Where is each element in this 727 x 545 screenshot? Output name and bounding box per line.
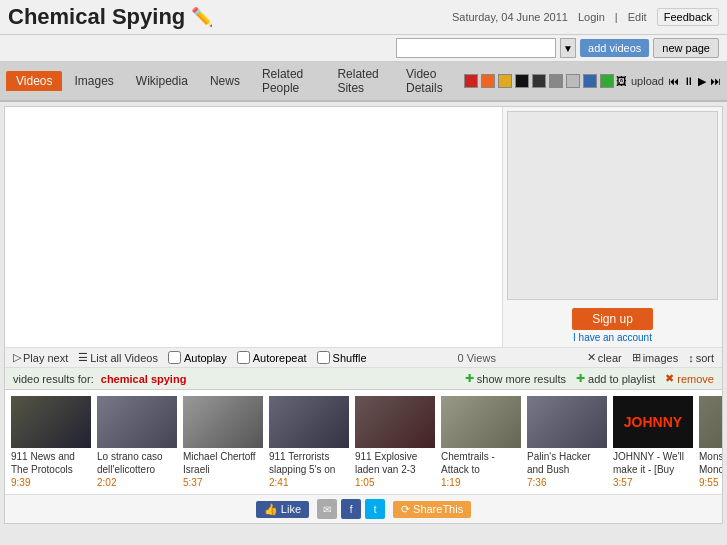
account-link[interactable]: I have an account bbox=[507, 332, 718, 343]
clear-button[interactable]: ✕ clear bbox=[587, 351, 622, 364]
color-swatch-orange[interactable] bbox=[481, 74, 495, 88]
list-item[interactable]: JOHNNY JOHNNY - We'll make it - [Buy 3:5… bbox=[613, 396, 693, 488]
color-swatch-green[interactable] bbox=[600, 74, 614, 88]
add-playlist-icon: ✚ bbox=[576, 372, 585, 385]
login-link[interactable]: Login bbox=[578, 11, 605, 23]
tab-videos[interactable]: Videos bbox=[6, 71, 62, 91]
new-page-button[interactable]: new page bbox=[653, 38, 719, 58]
tab-related-people[interactable]: Related People bbox=[252, 64, 326, 98]
tab-images[interactable]: Images bbox=[64, 71, 123, 91]
color-swatch-black[interactable] bbox=[515, 74, 529, 88]
add-to-playlist-button[interactable]: ✚ add to playlist bbox=[576, 372, 655, 385]
list-item[interactable]: Michael Chertoff Israeli 5:37 bbox=[183, 396, 263, 488]
add-videos-button[interactable]: add videos bbox=[580, 39, 649, 57]
page-header: Chemical Spying ✏️ Saturday, 04 June 201… bbox=[0, 0, 727, 35]
shuffle-checkbox[interactable] bbox=[317, 351, 330, 364]
video-title: Michael Chertoff Israeli bbox=[183, 450, 263, 476]
email-share-icon[interactable]: ✉ bbox=[317, 499, 337, 519]
show-more-icon: ✚ bbox=[465, 372, 474, 385]
autorepeat-checkbox-label[interactable]: Autorepeat bbox=[237, 351, 307, 364]
tab-news[interactable]: News bbox=[200, 71, 250, 91]
sidebar-ad bbox=[507, 111, 718, 300]
color-swatch-red[interactable] bbox=[464, 74, 478, 88]
video-title: Palin's Hacker and Bush bbox=[527, 450, 607, 476]
share-icon-symbol: ⟳ bbox=[401, 503, 410, 516]
twitter-share-icon[interactable]: t bbox=[365, 499, 385, 519]
remove-button[interactable]: ✖ remove bbox=[665, 372, 714, 385]
color-swatch-gray[interactable] bbox=[549, 74, 563, 88]
play-next-button[interactable]: ▷ Play next bbox=[13, 351, 68, 364]
sign-up-area: Sign up I have an account bbox=[503, 304, 722, 347]
video-duration: 1:19 bbox=[441, 477, 521, 488]
sign-up-button[interactable]: Sign up bbox=[572, 308, 653, 330]
video-duration: 2:02 bbox=[97, 477, 177, 488]
list-item[interactable]: Palin's Hacker and Bush 7:36 bbox=[527, 396, 607, 488]
video-title: 911 News and The Protocols bbox=[11, 450, 91, 476]
list-item[interactable]: Monsanto Seed Monopoly 9:55 bbox=[699, 396, 722, 488]
header-right: Saturday, 04 June 2011 Login | Edit Feed… bbox=[452, 8, 719, 26]
list-item[interactable]: Chemtrails - Attack to 1:19 bbox=[441, 396, 521, 488]
images-button[interactable]: ⊞ images bbox=[632, 351, 678, 364]
shuffle-checkbox-label[interactable]: Shuffle bbox=[317, 351, 367, 364]
search-dropdown[interactable]: ▼ bbox=[560, 38, 576, 58]
prev-icon[interactable]: ⏮ bbox=[668, 75, 679, 87]
color-swatch-lightgray[interactable] bbox=[566, 74, 580, 88]
video-player[interactable] bbox=[5, 107, 502, 347]
autoplay-checkbox[interactable] bbox=[168, 351, 181, 364]
clear-icon: ✕ bbox=[587, 351, 596, 364]
autoplay-checkbox-label[interactable]: Autoplay bbox=[168, 351, 227, 364]
results-bar: video results for: chemical spying ✚ sho… bbox=[5, 368, 722, 390]
facebook-share-icon[interactable]: f bbox=[341, 499, 361, 519]
sharethis-button[interactable]: ⟳ ShareThis bbox=[393, 501, 471, 518]
media-controls: 🖼 upload ⏮ ⏸ ▶ ⏭ bbox=[616, 75, 721, 88]
autorepeat-checkbox[interactable] bbox=[237, 351, 250, 364]
share-icons: ✉ f t bbox=[317, 499, 385, 519]
video-duration: 5:37 bbox=[183, 477, 263, 488]
nav-bar: Videos Images Wikipedia News Related Peo… bbox=[0, 62, 727, 102]
pause-icon[interactable]: ⏸ bbox=[683, 75, 694, 87]
video-duration: 2:41 bbox=[269, 477, 349, 488]
edit-link[interactable]: Edit bbox=[628, 11, 647, 23]
video-thumbnail bbox=[699, 396, 722, 448]
date-display: Saturday, 04 June 2011 bbox=[452, 11, 568, 23]
search-input[interactable] bbox=[396, 38, 556, 58]
list-item[interactable]: 911 News and The Protocols 9:39 bbox=[11, 396, 91, 488]
video-title: Lo strano caso dell'elicottero bbox=[97, 450, 177, 476]
show-more-results-button[interactable]: ✚ show more results bbox=[465, 372, 566, 385]
video-duration: 9:39 bbox=[11, 477, 91, 488]
list-icon: ☰ bbox=[78, 351, 88, 364]
video-thumbnail bbox=[11, 396, 91, 448]
color-swatch-blue[interactable] bbox=[583, 74, 597, 88]
tab-video-details[interactable]: Video Details bbox=[396, 64, 462, 98]
video-thumbnail bbox=[269, 396, 349, 448]
tab-related-sites[interactable]: Related Sites bbox=[327, 64, 394, 98]
header-left: Chemical Spying ✏️ bbox=[8, 4, 213, 30]
list-item[interactable]: Lo strano caso dell'elicottero 2:02 bbox=[97, 396, 177, 488]
video-duration: 3:57 bbox=[613, 477, 693, 488]
video-title: 911 Explosive laden van 2-3 bbox=[355, 450, 435, 476]
video-title: Monsanto Seed Monopoly bbox=[699, 450, 722, 476]
video-title: 911 Terrorists slapping 5's on bbox=[269, 450, 349, 476]
list-item[interactable]: 911 Terrorists slapping 5's on 2:41 bbox=[269, 396, 349, 488]
next-icon[interactable]: ⏭ bbox=[710, 75, 721, 87]
video-thumbnails: 911 News and The Protocols 9:39 Lo stran… bbox=[5, 390, 722, 494]
pencil-icon: ✏️ bbox=[191, 6, 213, 28]
color-swatch-darkgray[interactable] bbox=[532, 74, 546, 88]
color-palette bbox=[464, 74, 614, 88]
video-thumbnail bbox=[355, 396, 435, 448]
remove-icon: ✖ bbox=[665, 372, 674, 385]
feedback-button[interactable]: Feedback bbox=[657, 8, 719, 26]
color-swatch-yellow[interactable] bbox=[498, 74, 512, 88]
sort-button[interactable]: ↕ sort bbox=[688, 352, 714, 364]
video-thumbnail bbox=[441, 396, 521, 448]
list-all-button[interactable]: ☰ List all Videos bbox=[78, 351, 158, 364]
video-duration: 7:36 bbox=[527, 477, 607, 488]
video-title: JOHNNY - We'll make it - [Buy bbox=[613, 450, 693, 476]
tab-wikipedia[interactable]: Wikipedia bbox=[126, 71, 198, 91]
list-item[interactable]: 911 Explosive laden van 2-3 1:05 bbox=[355, 396, 435, 488]
video-title: Chemtrails - Attack to bbox=[441, 450, 521, 476]
like-button[interactable]: 👍 Like bbox=[256, 501, 309, 518]
video-thumbnail bbox=[183, 396, 263, 448]
upload-button[interactable]: upload bbox=[631, 75, 664, 87]
play-icon[interactable]: ▶ bbox=[698, 75, 706, 88]
